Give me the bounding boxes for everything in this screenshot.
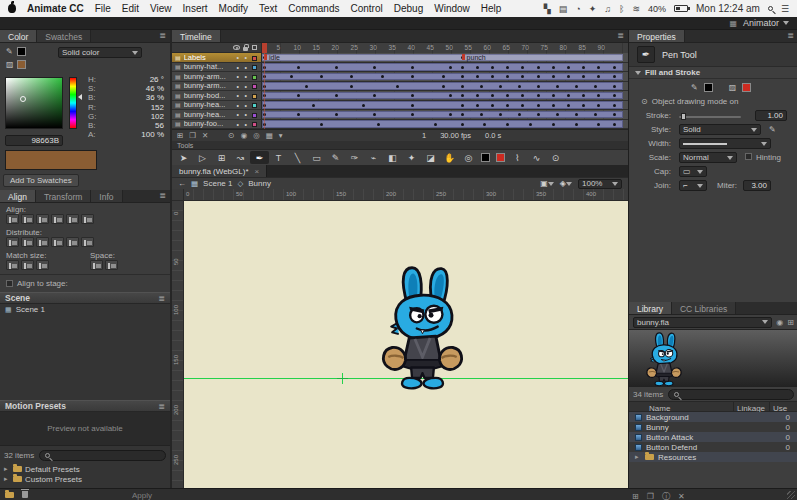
zoom-select[interactable]: 100% <box>578 179 622 189</box>
notification-center-icon[interactable]: ☰ <box>781 4 789 14</box>
stroke-color-chip[interactable] <box>704 83 713 92</box>
preset-search-input[interactable] <box>39 450 166 461</box>
layer-outline-color[interactable] <box>252 122 257 127</box>
expander-icon[interactable]: ▸ <box>4 475 10 483</box>
add-to-swatches-button[interactable]: Add To Swatches <box>3 174 79 187</box>
panel-menu-icon[interactable]: ≣ <box>155 190 170 202</box>
document-tab[interactable]: bunny.fla (WebGL)* × <box>172 165 267 177</box>
line-tool[interactable]: ╲ <box>288 151 307 164</box>
hand-tool[interactable]: ✋ <box>440 151 459 164</box>
layer-lock-dot[interactable]: • <box>245 54 247 61</box>
back-arrow-icon[interactable]: ← <box>178 179 186 188</box>
library-item-row[interactable]: Button Attack0 <box>629 432 797 442</box>
toolbar-fill-color-chip[interactable] <box>493 151 508 164</box>
smooth-option[interactable]: ∿ <box>527 151 546 164</box>
eraser-tool[interactable]: ◪ <box>421 151 440 164</box>
snap-to-objects-option[interactable]: ⌇ <box>508 151 527 164</box>
layer-frames[interactable] <box>262 110 628 119</box>
width-profile-select[interactable] <box>679 138 771 149</box>
text-tool[interactable]: T <box>269 151 288 164</box>
layer-name-cell[interactable]: ▤bunny-foo...•• <box>172 120 262 129</box>
display-icon[interactable]: ▤ <box>559 4 568 14</box>
bluetooth-icon[interactable]: ᛒ <box>619 4 624 14</box>
menu-view[interactable]: View <box>150 3 172 14</box>
layer-name-cell[interactable]: ▤bunny-hat...•• <box>172 63 262 72</box>
column-divider[interactable] <box>769 402 770 411</box>
library-search-input[interactable] <box>668 389 794 400</box>
stage-canvas[interactable] <box>184 201 628 488</box>
column-divider[interactable] <box>733 402 734 411</box>
workspace-switcher[interactable]: Animator <box>743 18 789 28</box>
fill-color-chip[interactable] <box>496 153 505 162</box>
hue-slider-marker[interactable] <box>78 94 82 100</box>
color-value-field[interactable]: 152 <box>151 103 164 112</box>
menu-text[interactable]: Text <box>259 3 277 14</box>
workspace-grid-icon[interactable]: ▦ <box>729 19 737 28</box>
distribute-button-3[interactable] <box>51 237 64 247</box>
center-frame-button[interactable]: ⊙ <box>228 131 234 140</box>
motion-presets-header[interactable]: Motion Presets ≣ <box>0 400 170 412</box>
subselection-tool[interactable]: ▷ <box>193 151 212 164</box>
volume-icon[interactable]: ♫ <box>604 4 611 14</box>
layer-visibility-dot[interactable]: • <box>237 92 239 99</box>
object-drawing-icon[interactable]: ⊙ <box>641 97 648 106</box>
outline-all-icon[interactable] <box>252 45 257 50</box>
eyedropper-tool[interactable]: ✦ <box>402 151 421 164</box>
layer-name-cell[interactable]: ▤bunny-hea...•• <box>172 110 262 119</box>
match-size-button-0[interactable] <box>6 260 19 270</box>
layer-row[interactable]: ▤bunny-arm...•• <box>172 82 628 92</box>
tab-info[interactable]: Info <box>91 190 122 202</box>
frame-ruler[interactable]: 51015202530354045505560657075808590 <box>262 43 628 53</box>
distribute-button-4[interactable] <box>66 237 79 247</box>
color-value-field[interactable]: 100 % <box>141 130 164 139</box>
stroke-slider-knob[interactable] <box>681 113 686 120</box>
match-size-button-1[interactable] <box>21 260 34 270</box>
new-library-panel-icon[interactable]: ⊞ <box>787 318 794 327</box>
tab-library[interactable]: Library <box>629 302 672 314</box>
toolbar-stroke-color-chip[interactable] <box>478 151 493 164</box>
layer-name-cell[interactable]: ▤bunny-bod...•• <box>172 91 262 100</box>
delete-layer-button[interactable]: ✕ <box>202 131 208 140</box>
color-gradient-picker[interactable] <box>5 77 63 129</box>
library-item-row[interactable]: Background0 <box>629 412 797 422</box>
layer-visibility-dot[interactable]: • <box>237 111 239 118</box>
layer-frames[interactable] <box>262 120 628 129</box>
align-to-stage-checkbox[interactable] <box>6 280 13 287</box>
panel-menu-icon[interactable]: ≣ <box>158 402 165 411</box>
breadcrumb-scene[interactable]: Scene 1 <box>203 179 232 188</box>
tab-cc-libraries[interactable]: CC Libraries <box>672 302 736 314</box>
apple-menu-icon[interactable] <box>8 4 16 13</box>
layer-name-cell[interactable]: ▤bunny-arm...•• <box>172 72 262 81</box>
tab-properties[interactable]: Properties <box>629 30 685 42</box>
tab-color[interactable]: Color <box>0 30 37 42</box>
align-button-3[interactable] <box>51 214 64 224</box>
distribute-button-5[interactable] <box>81 237 94 247</box>
new-layer-button[interactable]: ⊞ <box>177 131 183 140</box>
layer-visibility-dot[interactable]: • <box>237 54 239 61</box>
delete-item-button[interactable]: ✕ <box>678 492 685 500</box>
panel-menu-icon[interactable]: ≣ <box>155 30 170 42</box>
tab-align[interactable]: Align <box>0 190 36 202</box>
layer-outline-color[interactable] <box>252 75 257 80</box>
layer-lock-dot[interactable]: • <box>245 64 247 71</box>
tab-swatches[interactable]: Swatches <box>37 30 91 42</box>
expander-icon[interactable]: ▸ <box>635 453 641 461</box>
layer-lock-dot[interactable]: • <box>245 83 247 90</box>
sync-icon[interactable]: ◔ <box>575 4 580 14</box>
distribute-button-1[interactable] <box>21 237 34 247</box>
new-symbol-button[interactable]: ⊞ <box>632 492 639 500</box>
edit-multiple-frames-button[interactable]: ▦ <box>266 131 273 140</box>
library-item-row[interactable]: Bunny0 <box>629 422 797 432</box>
scene-panel-header[interactable]: Scene ≣ <box>0 292 170 304</box>
color-value-field[interactable]: 36 % <box>146 93 164 102</box>
item-properties-button[interactable]: ⓘ <box>662 491 670 500</box>
layer-outline-color[interactable] <box>252 56 257 61</box>
preset-folder-row[interactable]: ▸Default Presets <box>0 464 170 474</box>
layer-outline-color[interactable] <box>252 94 257 99</box>
layer-visibility-dot[interactable]: • <box>237 102 239 109</box>
resize-grip[interactable] <box>787 491 795 499</box>
layer-frames[interactable] <box>262 91 628 100</box>
preset-folder-row[interactable]: ▸Custom Presets <box>0 474 170 484</box>
lasso-tool[interactable]: ↝ <box>231 151 250 164</box>
menu-window[interactable]: Window <box>434 3 470 14</box>
